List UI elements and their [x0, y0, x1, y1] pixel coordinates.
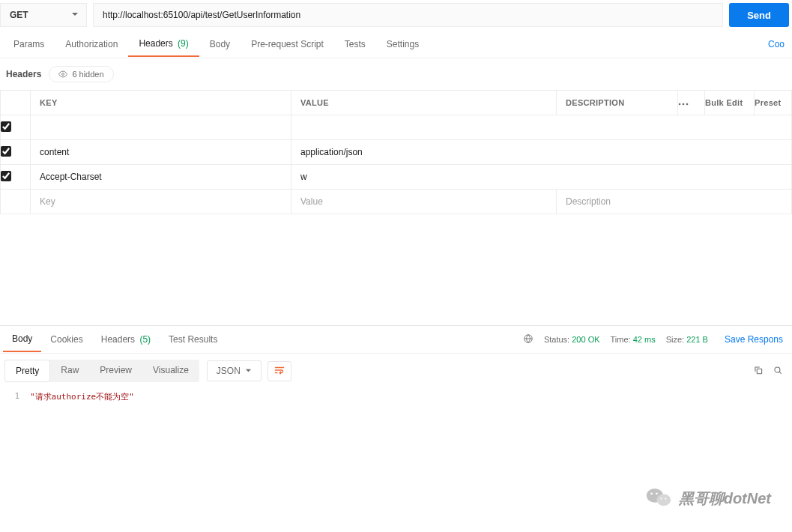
url-input[interactable]	[93, 3, 723, 27]
copy-icon	[753, 367, 764, 378]
svg-point-2	[683, 103, 685, 106]
tab-params[interactable]: Params	[3, 32, 55, 56]
watermark: 黑哥聊dotNet	[646, 486, 771, 511]
header-row	[1, 115, 792, 140]
svg-point-9	[650, 492, 653, 495]
tab-tests[interactable]: Tests	[334, 32, 376, 56]
resp-tab-cookies[interactable]: Cookies	[41, 327, 91, 351]
tab-headers-count: (9)	[178, 38, 189, 49]
search-button[interactable]	[768, 360, 788, 382]
size-label: Size:	[666, 335, 684, 344]
desc-placeholder[interactable]: Description	[557, 190, 792, 214]
response-tabs: Body Cookies Headers (5) Test Results St…	[0, 325, 792, 354]
search-icon	[773, 367, 783, 378]
svg-point-6	[775, 366, 780, 372]
response-toolbar: Pretty Raw Preview Visualize JSON	[0, 354, 792, 388]
value-placeholder[interactable]: Value	[291, 190, 557, 214]
resp-tab-headers-label: Headers	[101, 334, 135, 345]
globe-icon[interactable]	[523, 333, 533, 345]
headers-table: KEY VALUE DESCRIPTION Bulk Edit Preset c…	[0, 90, 792, 214]
key-cell[interactable]: Accept-Charset	[31, 165, 291, 190]
cookies-link[interactable]: Coo	[768, 39, 789, 49]
response-view-group: Pretty Raw Preview Visualize	[4, 360, 199, 382]
status-value: 200 OK	[572, 335, 599, 344]
col-header-more[interactable]	[678, 91, 705, 115]
wrap-lines-button[interactable]	[267, 361, 291, 381]
view-pretty[interactable]: Pretty	[4, 360, 50, 382]
method-select[interactable]: GET	[0, 3, 87, 27]
chevron-down-icon	[71, 10, 79, 20]
svg-point-1	[679, 103, 681, 106]
header-row: Accept-Charset w	[1, 165, 792, 190]
send-button[interactable]: Send	[729, 3, 789, 27]
wrap-icon	[274, 366, 285, 377]
row-checkbox[interactable]	[1, 121, 11, 132]
copy-button[interactable]	[749, 360, 768, 382]
resp-tab-body[interactable]: Body	[3, 327, 41, 352]
request-url-bar: GET Send	[0, 0, 792, 30]
format-select[interactable]: JSON	[207, 360, 262, 381]
resp-tab-headers[interactable]: Headers (5)	[92, 327, 160, 351]
response-meta: Status: 200 OK Time: 42 ms Size: 221 B S…	[523, 333, 789, 345]
time-value: 42 ms	[633, 335, 656, 344]
svg-point-8	[656, 495, 671, 506]
headers-section-title: Headers	[6, 69, 41, 79]
key-cell[interactable]: content	[31, 140, 291, 165]
value-cell[interactable]: application/json	[291, 140, 792, 165]
view-preview[interactable]: Preview	[89, 360, 142, 382]
row-checkbox[interactable]	[1, 146, 11, 157]
status-label: Status:	[544, 335, 569, 344]
svg-point-10	[656, 492, 658, 495]
bulk-edit-button[interactable]: Bulk Edit	[705, 91, 755, 115]
svg-point-0	[62, 73, 64, 76]
resp-tab-tests[interactable]: Test Results	[160, 327, 226, 351]
line-number: 1	[0, 391, 30, 402]
tab-body[interactable]: Body	[199, 32, 241, 56]
request-tabs: Params Authorization Headers (9) Body Pr…	[0, 30, 792, 58]
save-response-link[interactable]: Save Respons	[719, 334, 786, 345]
eye-icon	[58, 70, 67, 79]
response-body-line[interactable]: "请求authorize不能为空"	[30, 391, 134, 402]
chevron-down-icon	[245, 366, 252, 376]
key-cell[interactable]	[31, 115, 291, 140]
value-cell[interactable]	[291, 115, 792, 140]
format-value: JSON	[217, 366, 241, 376]
resp-tab-headers-count: (5)	[139, 334, 151, 345]
svg-point-3	[686, 103, 689, 106]
header-row: content application/json	[1, 140, 792, 165]
view-raw[interactable]: Raw	[50, 360, 89, 382]
view-visualize[interactable]: Visualize	[142, 360, 199, 382]
size-value: 221 B	[686, 335, 708, 344]
tab-authorization[interactable]: Authorization	[55, 32, 128, 56]
col-header-value: VALUE	[291, 91, 557, 115]
tab-headers[interactable]: Headers (9)	[128, 31, 199, 57]
tab-headers-label: Headers	[139, 38, 172, 49]
tab-prerequest[interactable]: Pre-request Script	[241, 32, 334, 56]
value-cell[interactable]: w	[291, 165, 792, 190]
time-label: Time:	[611, 335, 631, 344]
svg-rect-5	[757, 369, 761, 373]
key-placeholder[interactable]: Key	[31, 190, 291, 214]
svg-point-11	[660, 498, 662, 499]
watermark-text: 黑哥聊dotNet	[679, 489, 771, 509]
method-value: GET	[10, 10, 28, 20]
col-header-key: KEY	[31, 91, 291, 115]
col-header-check	[1, 91, 31, 115]
headers-title-row: Headers 6 hidden	[0, 58, 792, 90]
hidden-headers-toggle[interactable]: 6 hidden	[49, 66, 113, 82]
header-row-placeholder: Key Value Description	[1, 190, 792, 214]
row-checkbox[interactable]	[1, 171, 11, 181]
wechat-icon	[646, 486, 671, 511]
svg-point-12	[665, 498, 666, 499]
col-header-description: DESCRIPTION	[557, 91, 678, 115]
hidden-count-label: 6 hidden	[72, 70, 103, 79]
tab-settings[interactable]: Settings	[376, 32, 429, 56]
presets-button[interactable]: Preset	[755, 91, 792, 115]
